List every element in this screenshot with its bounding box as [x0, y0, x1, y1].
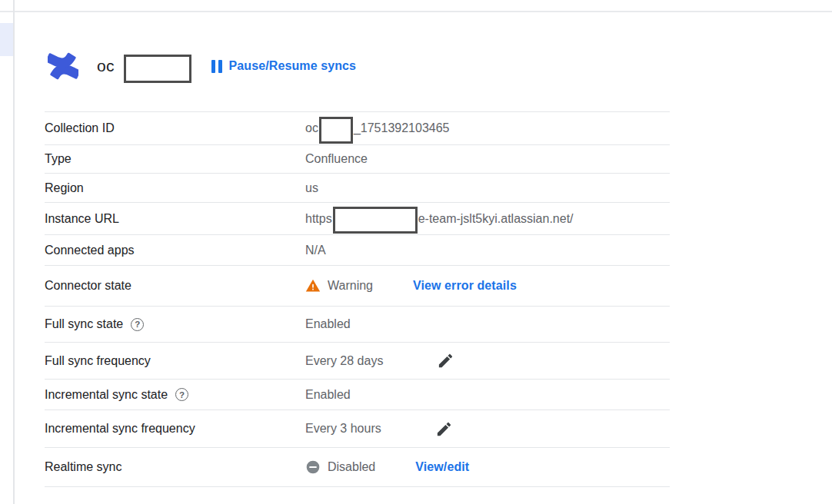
page-title: oc: [97, 57, 115, 75]
value-prefix: oc: [305, 121, 318, 135]
realtime-sync-value: Disabled View/edit: [305, 459, 469, 475]
connected-apps-value: N/A: [305, 244, 326, 257]
left-panel-divider: [13, 0, 15, 504]
view-error-details-link[interactable]: View error details: [413, 279, 517, 293]
properties-table: Collection ID oc _1751392103465 Type Con…: [45, 111, 670, 487]
pause-icon: [211, 60, 222, 73]
do-not-disturb-icon: [305, 459, 321, 475]
row-full-sync-state: Full sync state ? Enabled: [45, 307, 670, 343]
row-label: Full sync frequency: [45, 354, 305, 368]
full-sync-frequency-value: Every 28 days: [305, 354, 383, 368]
collection-id-value: oc _1751392103465: [305, 115, 449, 142]
edit-pencil-icon: [435, 420, 453, 438]
connector-state-value: Warning View error details: [305, 278, 517, 293]
row-connector-state: Connector state Warning View error detai…: [45, 266, 670, 307]
sidebar-selection-fragment: [0, 23, 13, 56]
full-sync-state-help-icon[interactable]: ?: [131, 318, 144, 331]
connector-details-page: oc Pause/Resume syncs Collection ID oc _…: [0, 0, 832, 504]
redaction-box-collection-id: [319, 117, 353, 144]
row-collection-id: Collection ID oc _1751392103465: [45, 112, 670, 145]
row-label: Collection ID: [45, 121, 305, 135]
view-edit-link[interactable]: View/edit: [415, 460, 469, 474]
row-label: Realtime sync: [45, 460, 305, 474]
region-value: us: [305, 181, 318, 195]
row-incremental-sync-state: Incremental sync state ? Enabled: [45, 380, 670, 410]
redaction-box-title: [124, 55, 191, 83]
row-full-sync-frequency: Full sync frequency Every 28 days: [45, 343, 670, 380]
edit-incremental-sync-frequency-button[interactable]: [435, 420, 453, 438]
main-content: oc Pause/Resume syncs Collection ID oc _…: [45, 48, 670, 487]
status-text: Warning: [328, 279, 373, 293]
incremental-sync-frequency-value: Every 3 hours: [305, 422, 381, 436]
row-label: Region: [45, 181, 305, 195]
row-region: Region us: [45, 174, 670, 203]
row-label: Connected apps: [45, 244, 305, 257]
row-label: Incremental sync frequency: [45, 422, 305, 436]
value-prefix: https: [305, 212, 332, 226]
incremental-sync-state-help-icon[interactable]: ?: [175, 388, 188, 401]
row-label: Incremental sync state: [45, 388, 168, 402]
row-instance-url: Instance URL https e-team-jslt5kyi.atlas…: [45, 203, 670, 235]
instance-url-value: https e-team-jslt5kyi.atlassian.net/: [305, 205, 574, 232]
row-label: Connector state: [45, 279, 305, 293]
row-type: Type Confluence: [45, 145, 670, 174]
type-value: Confluence: [305, 152, 368, 166]
pause-resume-label: Pause/Resume syncs: [229, 59, 356, 73]
row-connected-apps: Connected apps N/A: [45, 235, 670, 266]
full-sync-state-value: Enabled: [305, 317, 351, 331]
edit-full-sync-frequency-button[interactable]: [437, 352, 454, 370]
row-label: Instance URL: [45, 212, 305, 226]
confluence-logo-icon: [48, 51, 78, 81]
status-text: Disabled: [328, 460, 375, 474]
row-realtime-sync: Realtime sync Disabled View/edit: [45, 448, 670, 487]
row-label: Type: [45, 152, 305, 166]
incremental-sync-state-value: Enabled: [305, 388, 351, 402]
pause-resume-syncs-button[interactable]: Pause/Resume syncs: [207, 56, 361, 76]
value-suffix: _1751392103465: [354, 121, 450, 135]
header: oc Pause/Resume syncs: [45, 48, 670, 85]
row-label: Full sync state: [45, 317, 123, 331]
redaction-box-instance-url: [333, 207, 418, 234]
top-divider: [0, 11, 832, 12]
row-incremental-sync-frequency: Incremental sync frequency Every 3 hours: [45, 410, 670, 448]
value-suffix: e-team-jslt5kyi.atlassian.net/: [418, 212, 574, 226]
warning-icon: [305, 278, 321, 293]
edit-pencil-icon: [437, 352, 454, 370]
